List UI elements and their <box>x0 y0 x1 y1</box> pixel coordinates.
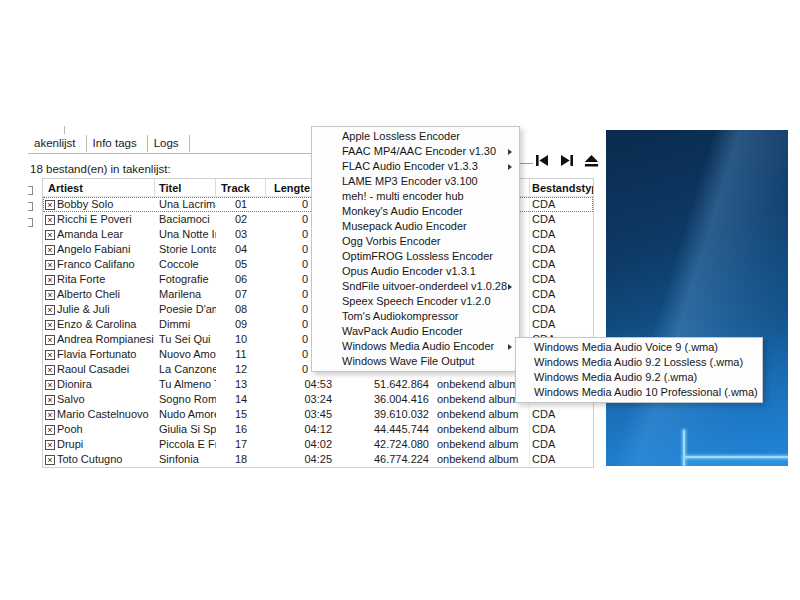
row-checkbox-cell: × <box>43 257 57 272</box>
size-cell: 36.004.416 <box>336 392 433 407</box>
track-cell: 02 <box>216 212 266 227</box>
checked-checkbox-icon[interactable]: × <box>45 410 55 420</box>
row-checkbox-cell: × <box>43 392 57 407</box>
menu-item-meh-multi-encoder-hub[interactable]: meh! - multi encoder hub <box>312 189 519 204</box>
title-cell: Tu Almeno Tu <box>155 377 216 392</box>
table-row[interactable]: × Drupi Piccola E Fragil 17 04:02 42.724… <box>43 437 593 452</box>
clipped-panel-fragment <box>28 202 33 211</box>
table-row[interactable]: × Dionira Tu Almeno Tu 13 04:53 51.642.8… <box>43 377 593 392</box>
menu-item-windows-wave-file-output[interactable]: Windows Wave File Output <box>312 354 519 369</box>
submenu-arrow-icon <box>508 164 512 170</box>
submenu-arrow-icon <box>508 284 512 290</box>
tab-info-tags[interactable]: Info tags <box>87 135 148 152</box>
checked-checkbox-icon[interactable]: × <box>45 260 55 270</box>
table-row[interactable]: × Mario Castelnuovo Nudo Amore 15 03:45 … <box>43 407 593 422</box>
windows-logo-pane-line-vertical <box>683 430 685 466</box>
checked-checkbox-icon[interactable]: × <box>45 230 55 240</box>
album-cell: onbekend album <box>433 437 530 452</box>
menu-item-sndfile-uitvoer-onderdeel-v1-0-28[interactable]: SndFile uitvoer-onderdeel v1.0.28 <box>312 279 519 294</box>
checked-checkbox-icon[interactable]: × <box>45 350 55 360</box>
menu-item-monkey-s-audio-encoder[interactable]: Monkey's Audio Encoder <box>312 204 519 219</box>
checked-checkbox-icon[interactable]: × <box>45 290 55 300</box>
tab-akenlijst[interactable]: akenlijst <box>28 135 87 152</box>
artist-cell: Salvo <box>57 392 155 407</box>
checked-checkbox-icon[interactable]: × <box>45 425 55 435</box>
row-checkbox-cell: × <box>43 377 57 392</box>
checked-checkbox-icon[interactable]: × <box>45 305 55 315</box>
filetype-cell: CDA <box>530 272 593 287</box>
title-cell: Sinfonia <box>155 452 216 467</box>
menu-item-tom-s-audiokompressor[interactable]: Tom's Audiokompressor <box>312 309 519 324</box>
menu-item-lame-mp3-encoder-v3-100[interactable]: LAME MP3 Encoder v3.100 <box>312 174 519 189</box>
checked-checkbox-icon[interactable]: × <box>45 395 55 405</box>
column-header-track[interactable]: Track <box>216 179 266 196</box>
title-cell: Coccole <box>155 257 216 272</box>
tab-bar: akenlijstInfo tagsLogs <box>28 133 190 153</box>
menu-item-flac-audio-encoder-v1-3-3[interactable]: FLAC Audio Encoder v1.3.3 <box>312 159 519 174</box>
menu-item-windows-media-audio-encoder[interactable]: Windows Media Audio Encoder <box>312 339 519 354</box>
checked-checkbox-icon[interactable]: × <box>45 440 55 450</box>
windows-logo-pane-line-horizontal <box>684 456 788 458</box>
filetype-cell: CDA <box>530 317 593 332</box>
table-row[interactable]: × Pooh Giulia Si Sposa 16 04:12 44.445.7… <box>43 422 593 437</box>
submenu-item-windows-media-audio-9-2-wma[interactable]: Windows Media Audio 9.2 (.wma) <box>516 370 762 385</box>
title-cell: Marilena <box>155 287 216 302</box>
desktop-wallpaper <box>606 130 788 466</box>
submenu-item-windows-media-audio-voice-9-wma[interactable]: Windows Media Audio Voice 9 (.wma) <box>516 340 762 355</box>
column-header-filetype[interactable]: Bestandstyp <box>530 179 593 196</box>
menu-item-opus-audio-encoder-v1-3-1[interactable]: Opus Audio Encoder v1.3.1 <box>312 264 519 279</box>
checked-checkbox-icon[interactable]: × <box>45 275 55 285</box>
filetype-cell: CDA <box>530 407 593 422</box>
row-checkbox-cell: × <box>43 407 57 422</box>
menu-item-ogg-vorbis-encoder[interactable]: Ogg Vorbis Encoder <box>312 234 519 249</box>
row-checkbox-cell: × <box>43 197 57 212</box>
submenu-arrow-icon <box>508 344 512 350</box>
table-row[interactable]: × Salvo Sogno Romant 14 03:24 36.004.416… <box>43 392 593 407</box>
submenu-item-windows-media-audio-9-2-lossless-wma[interactable]: Windows Media Audio 9.2 Lossless (.wma) <box>516 355 762 370</box>
checked-checkbox-icon[interactable]: × <box>45 335 55 345</box>
filetype-cell: CDA <box>530 302 593 317</box>
menu-item-speex-speech-encoder-v1-2-0[interactable]: Speex Speech Encoder v1.2.0 <box>312 294 519 309</box>
tab-underline <box>28 153 312 154</box>
row-checkbox-cell: × <box>43 272 57 287</box>
eject-icon[interactable] <box>583 153 600 168</box>
filetype-cell: CDA <box>530 437 593 452</box>
column-header-title[interactable]: Titel <box>155 179 216 196</box>
album-cell: onbekend album <box>433 407 530 422</box>
length-cell: 04:25 <box>266 452 336 467</box>
next-track-icon[interactable] <box>558 153 575 168</box>
title-cell: Dimmi <box>155 317 216 332</box>
tab-logs[interactable]: Logs <box>148 135 190 152</box>
column-header-artist[interactable]: Artiest <box>43 179 155 196</box>
table-row[interactable]: × Toto Cutugno Sinfonia 18 04:25 46.774.… <box>43 452 593 467</box>
length-cell: 04:02 <box>266 437 336 452</box>
size-cell: 44.445.744 <box>336 422 433 437</box>
menu-item-faac-mp4-aac-encoder-v1-30[interactable]: FAAC MP4/AAC Encoder v1.30 <box>312 144 519 159</box>
menu-item-musepack-audio-encoder[interactable]: Musepack Audio Encoder <box>312 219 519 234</box>
size-cell: 42.724.080 <box>336 437 433 452</box>
checked-checkbox-icon[interactable]: × <box>45 215 55 225</box>
row-checkbox-cell: × <box>43 452 57 467</box>
artist-cell: Rita Forte <box>57 272 155 287</box>
artist-cell: Bobby Solo <box>57 197 155 212</box>
track-cell: 18 <box>216 452 266 467</box>
toolbar-separator <box>519 163 533 164</box>
submenu-item-windows-media-audio-10-professional-wma[interactable]: Windows Media Audio 10 Professional (.wm… <box>516 385 762 400</box>
menu-item-optimfrog-lossless-encoder[interactable]: OptimFROG Lossless Encoder <box>312 249 519 264</box>
title-cell: Giulia Si Sposa <box>155 422 216 437</box>
checked-checkbox-icon[interactable]: × <box>45 455 55 465</box>
artist-cell: Dionira <box>57 377 155 392</box>
checked-checkbox-icon[interactable]: × <box>45 380 55 390</box>
checked-checkbox-icon[interactable]: × <box>45 200 55 210</box>
checked-checkbox-icon[interactable]: × <box>45 320 55 330</box>
checked-checkbox-icon[interactable]: × <box>45 245 55 255</box>
filetype-cell: CDA <box>530 212 593 227</box>
menu-item-apple-lossless-encoder[interactable]: Apple Lossless Encoder <box>312 129 519 144</box>
checked-checkbox-icon[interactable]: × <box>45 365 55 375</box>
previous-track-icon[interactable] <box>533 153 550 168</box>
menu-item-wavpack-audio-encoder[interactable]: WavPack Audio Encoder <box>312 324 519 339</box>
artist-cell: Franco Califano <box>57 257 155 272</box>
title-cell: Una Lacrima Su <box>155 197 216 212</box>
track-cell: 16 <box>216 422 266 437</box>
row-checkbox-cell: × <box>43 422 57 437</box>
